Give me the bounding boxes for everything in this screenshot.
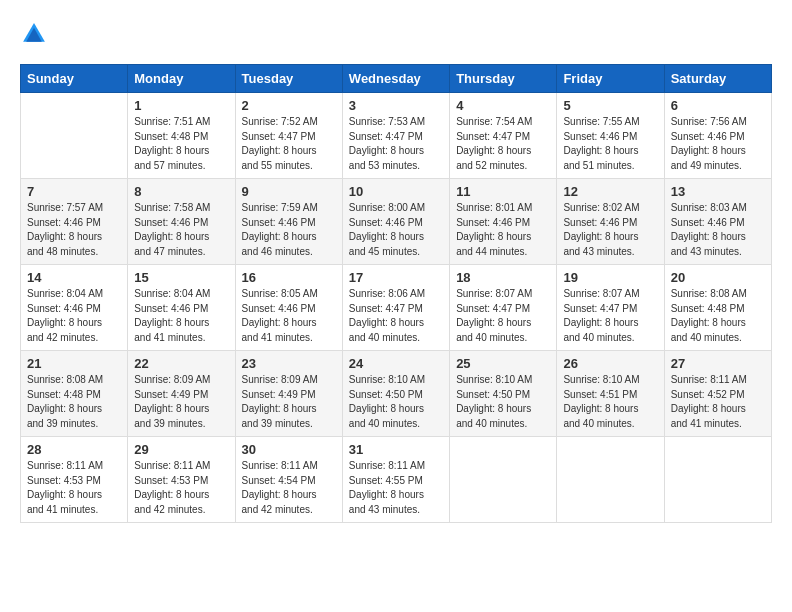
calendar-cell: 5Sunrise: 7:55 AMSunset: 4:46 PMDaylight…	[557, 93, 664, 179]
day-info: Sunrise: 8:11 AMSunset: 4:55 PMDaylight:…	[349, 459, 443, 517]
day-number: 14	[27, 270, 121, 285]
day-info: Sunrise: 8:05 AMSunset: 4:46 PMDaylight:…	[242, 287, 336, 345]
day-number: 9	[242, 184, 336, 199]
col-header-wednesday: Wednesday	[342, 65, 449, 93]
day-info: Sunrise: 7:51 AMSunset: 4:48 PMDaylight:…	[134, 115, 228, 173]
day-info: Sunrise: 7:56 AMSunset: 4:46 PMDaylight:…	[671, 115, 765, 173]
col-header-monday: Monday	[128, 65, 235, 93]
calendar-cell: 24Sunrise: 8:10 AMSunset: 4:50 PMDayligh…	[342, 351, 449, 437]
day-info: Sunrise: 8:03 AMSunset: 4:46 PMDaylight:…	[671, 201, 765, 259]
day-info: Sunrise: 7:55 AMSunset: 4:46 PMDaylight:…	[563, 115, 657, 173]
calendar-cell: 30Sunrise: 8:11 AMSunset: 4:54 PMDayligh…	[235, 437, 342, 523]
day-info: Sunrise: 8:11 AMSunset: 4:54 PMDaylight:…	[242, 459, 336, 517]
calendar-cell: 3Sunrise: 7:53 AMSunset: 4:47 PMDaylight…	[342, 93, 449, 179]
day-info: Sunrise: 8:09 AMSunset: 4:49 PMDaylight:…	[242, 373, 336, 431]
day-number: 4	[456, 98, 550, 113]
day-info: Sunrise: 8:04 AMSunset: 4:46 PMDaylight:…	[134, 287, 228, 345]
day-number: 16	[242, 270, 336, 285]
page-header	[20, 20, 772, 48]
day-info: Sunrise: 8:10 AMSunset: 4:51 PMDaylight:…	[563, 373, 657, 431]
day-number: 28	[27, 442, 121, 457]
calendar-week-row: 21Sunrise: 8:08 AMSunset: 4:48 PMDayligh…	[21, 351, 772, 437]
col-header-tuesday: Tuesday	[235, 65, 342, 93]
calendar-week-row: 7Sunrise: 7:57 AMSunset: 4:46 PMDaylight…	[21, 179, 772, 265]
calendar-cell: 12Sunrise: 8:02 AMSunset: 4:46 PMDayligh…	[557, 179, 664, 265]
col-header-saturday: Saturday	[664, 65, 771, 93]
day-number: 20	[671, 270, 765, 285]
day-number: 12	[563, 184, 657, 199]
day-number: 25	[456, 356, 550, 371]
day-info: Sunrise: 8:01 AMSunset: 4:46 PMDaylight:…	[456, 201, 550, 259]
calendar-cell: 6Sunrise: 7:56 AMSunset: 4:46 PMDaylight…	[664, 93, 771, 179]
calendar-table: SundayMondayTuesdayWednesdayThursdayFrid…	[20, 64, 772, 523]
day-number: 23	[242, 356, 336, 371]
calendar-cell: 28Sunrise: 8:11 AMSunset: 4:53 PMDayligh…	[21, 437, 128, 523]
calendar-cell	[664, 437, 771, 523]
calendar-cell	[21, 93, 128, 179]
day-info: Sunrise: 8:02 AMSunset: 4:46 PMDaylight:…	[563, 201, 657, 259]
calendar-header-row: SundayMondayTuesdayWednesdayThursdayFrid…	[21, 65, 772, 93]
calendar-cell: 25Sunrise: 8:10 AMSunset: 4:50 PMDayligh…	[450, 351, 557, 437]
day-number: 17	[349, 270, 443, 285]
calendar-cell	[450, 437, 557, 523]
day-info: Sunrise: 7:58 AMSunset: 4:46 PMDaylight:…	[134, 201, 228, 259]
calendar-cell: 31Sunrise: 8:11 AMSunset: 4:55 PMDayligh…	[342, 437, 449, 523]
calendar-cell: 23Sunrise: 8:09 AMSunset: 4:49 PMDayligh…	[235, 351, 342, 437]
day-info: Sunrise: 8:10 AMSunset: 4:50 PMDaylight:…	[349, 373, 443, 431]
calendar-cell	[557, 437, 664, 523]
day-number: 24	[349, 356, 443, 371]
calendar-cell: 27Sunrise: 8:11 AMSunset: 4:52 PMDayligh…	[664, 351, 771, 437]
calendar-cell: 4Sunrise: 7:54 AMSunset: 4:47 PMDaylight…	[450, 93, 557, 179]
day-number: 27	[671, 356, 765, 371]
calendar-cell: 20Sunrise: 8:08 AMSunset: 4:48 PMDayligh…	[664, 265, 771, 351]
day-info: Sunrise: 7:57 AMSunset: 4:46 PMDaylight:…	[27, 201, 121, 259]
day-info: Sunrise: 8:09 AMSunset: 4:49 PMDaylight:…	[134, 373, 228, 431]
day-number: 10	[349, 184, 443, 199]
calendar-cell: 8Sunrise: 7:58 AMSunset: 4:46 PMDaylight…	[128, 179, 235, 265]
calendar-cell: 26Sunrise: 8:10 AMSunset: 4:51 PMDayligh…	[557, 351, 664, 437]
day-number: 11	[456, 184, 550, 199]
day-number: 15	[134, 270, 228, 285]
calendar-cell: 29Sunrise: 8:11 AMSunset: 4:53 PMDayligh…	[128, 437, 235, 523]
day-number: 8	[134, 184, 228, 199]
day-number: 18	[456, 270, 550, 285]
day-info: Sunrise: 8:08 AMSunset: 4:48 PMDaylight:…	[671, 287, 765, 345]
day-number: 30	[242, 442, 336, 457]
calendar-week-row: 14Sunrise: 8:04 AMSunset: 4:46 PMDayligh…	[21, 265, 772, 351]
day-number: 6	[671, 98, 765, 113]
calendar-cell: 7Sunrise: 7:57 AMSunset: 4:46 PMDaylight…	[21, 179, 128, 265]
logo	[20, 20, 52, 48]
day-info: Sunrise: 8:07 AMSunset: 4:47 PMDaylight:…	[563, 287, 657, 345]
day-number: 22	[134, 356, 228, 371]
day-info: Sunrise: 7:53 AMSunset: 4:47 PMDaylight:…	[349, 115, 443, 173]
calendar-cell: 16Sunrise: 8:05 AMSunset: 4:46 PMDayligh…	[235, 265, 342, 351]
day-number: 31	[349, 442, 443, 457]
calendar-week-row: 1Sunrise: 7:51 AMSunset: 4:48 PMDaylight…	[21, 93, 772, 179]
calendar-cell: 9Sunrise: 7:59 AMSunset: 4:46 PMDaylight…	[235, 179, 342, 265]
calendar-cell: 22Sunrise: 8:09 AMSunset: 4:49 PMDayligh…	[128, 351, 235, 437]
calendar-cell: 18Sunrise: 8:07 AMSunset: 4:47 PMDayligh…	[450, 265, 557, 351]
day-number: 2	[242, 98, 336, 113]
day-info: Sunrise: 8:07 AMSunset: 4:47 PMDaylight:…	[456, 287, 550, 345]
calendar-cell: 15Sunrise: 8:04 AMSunset: 4:46 PMDayligh…	[128, 265, 235, 351]
day-number: 7	[27, 184, 121, 199]
col-header-friday: Friday	[557, 65, 664, 93]
col-header-sunday: Sunday	[21, 65, 128, 93]
day-info: Sunrise: 8:11 AMSunset: 4:52 PMDaylight:…	[671, 373, 765, 431]
day-number: 13	[671, 184, 765, 199]
logo-icon	[20, 20, 48, 48]
day-info: Sunrise: 8:06 AMSunset: 4:47 PMDaylight:…	[349, 287, 443, 345]
calendar-cell: 10Sunrise: 8:00 AMSunset: 4:46 PMDayligh…	[342, 179, 449, 265]
day-number: 3	[349, 98, 443, 113]
day-info: Sunrise: 7:59 AMSunset: 4:46 PMDaylight:…	[242, 201, 336, 259]
day-info: Sunrise: 8:04 AMSunset: 4:46 PMDaylight:…	[27, 287, 121, 345]
calendar-cell: 14Sunrise: 8:04 AMSunset: 4:46 PMDayligh…	[21, 265, 128, 351]
day-number: 5	[563, 98, 657, 113]
day-number: 29	[134, 442, 228, 457]
calendar-cell: 21Sunrise: 8:08 AMSunset: 4:48 PMDayligh…	[21, 351, 128, 437]
day-info: Sunrise: 8:11 AMSunset: 4:53 PMDaylight:…	[27, 459, 121, 517]
day-number: 1	[134, 98, 228, 113]
day-info: Sunrise: 8:10 AMSunset: 4:50 PMDaylight:…	[456, 373, 550, 431]
col-header-thursday: Thursday	[450, 65, 557, 93]
day-info: Sunrise: 7:52 AMSunset: 4:47 PMDaylight:…	[242, 115, 336, 173]
